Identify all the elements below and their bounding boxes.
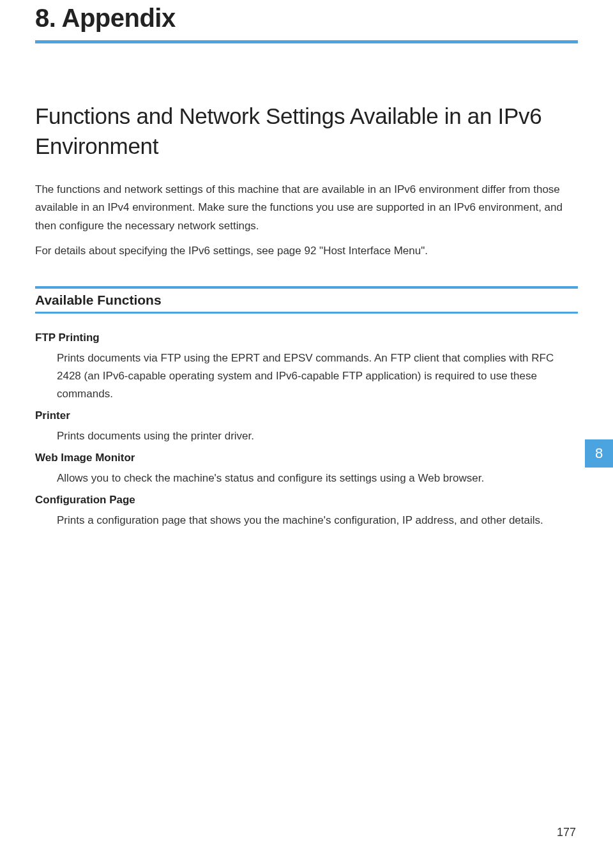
subsection-header: Available Functions — [35, 286, 578, 314]
function-definition: Prints documents via FTP using the EPRT … — [35, 349, 578, 403]
intro-paragraph-1: The functions and network settings of th… — [35, 181, 578, 236]
chapter-title: 8. Appendix — [35, 0, 578, 40]
function-definition: Prints a configuration page that shows y… — [35, 512, 578, 529]
function-term: Web Image Monitor — [35, 452, 578, 464]
page-number: 177 — [557, 826, 576, 839]
subsection-rule-bottom — [35, 312, 578, 314]
subsection-title: Available Functions — [35, 291, 578, 312]
chapter-tab: 8 — [585, 439, 613, 468]
function-term: FTP Printing — [35, 331, 578, 344]
function-term: Configuration Page — [35, 494, 578, 506]
function-definition: Allows you to check the machine's status… — [35, 469, 578, 487]
function-term: Printer — [35, 409, 578, 422]
section-title: Functions and Network Settings Available… — [35, 101, 578, 162]
subsection-rule-top — [35, 286, 578, 289]
chapter-rule — [35, 40, 578, 43]
function-definition: Prints documents using the printer drive… — [35, 427, 578, 445]
intro-paragraph-2: For details about specifying the IPv6 se… — [35, 242, 578, 261]
function-list: FTP Printing Prints documents via FTP us… — [35, 331, 578, 529]
